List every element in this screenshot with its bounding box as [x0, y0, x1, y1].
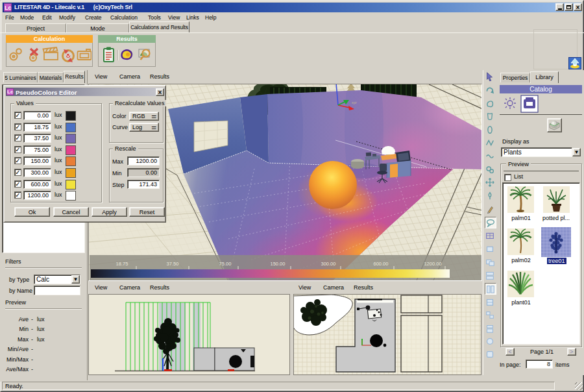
svg-text:37.50: 37.50 [167, 261, 179, 267]
svg-text:xyz: xyz [352, 101, 357, 104]
svg-text:300.00: 300.00 [321, 261, 336, 267]
svg-text:150.00: 150.00 [271, 261, 286, 267]
svg-text:1200.00: 1200.00 [424, 261, 441, 267]
svg-text:18.75: 18.75 [116, 261, 128, 267]
svg-text:75.00: 75.00 [219, 261, 232, 267]
svg-text:600.00: 600.00 [374, 261, 389, 267]
